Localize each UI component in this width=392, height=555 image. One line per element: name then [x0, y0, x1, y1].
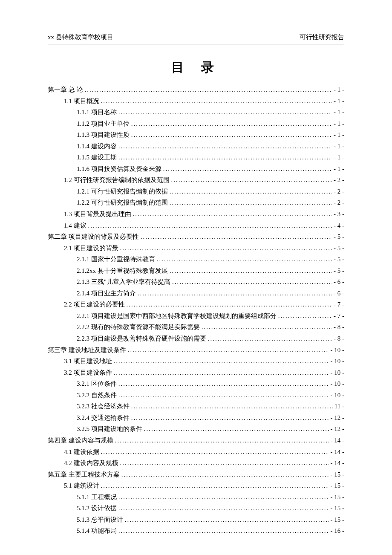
toc-entry-page: - 15 -: [331, 503, 345, 514]
page-header: xx 县特殊教育学校项目 可行性研究报告: [48, 33, 344, 41]
toc-entry: 1.2 可行性研究报告编制的依据及范围- 2 -: [48, 174, 344, 186]
toc-entry-page: - 5 -: [334, 254, 344, 265]
toc-leader: [170, 186, 332, 197]
toc-entry: 3.2.4 交通运输条件- 12 -: [48, 412, 344, 424]
toc-entry-label: 1.2.1 可行性研究报告编制的依据: [77, 186, 168, 197]
toc-entry-label: 1.1.1 项目名称: [77, 107, 117, 118]
toc-entry: 3.1 项目建设地址- 10 -: [48, 356, 344, 367]
toc-entry: 1.1.5 建设工期- 1 -: [48, 152, 344, 163]
toc-entry: 3.2.1 区位条件- 10 -: [48, 378, 344, 390]
header-rule: [48, 44, 344, 44]
toc-leader: [118, 152, 332, 163]
toc-entry-page: - 12 -: [331, 412, 345, 424]
toc-leader: [114, 367, 329, 379]
toc-entry: 5.1 建筑设计- 15 -: [48, 480, 344, 491]
toc-entry: 第五章 主要工程技术方案- 15 -: [48, 469, 344, 480]
toc-entry: 3.2.2 自然条件- 10 -: [48, 390, 344, 401]
toc-entry-page: - 10 -: [331, 378, 345, 390]
toc-entry: 2.2 项目建设的必要性- 7 -: [48, 299, 344, 310]
toc-leader: [208, 333, 332, 344]
toc-entry: 1.1.4 建设内容- 1 -: [48, 141, 344, 152]
toc-leader: [114, 356, 329, 367]
toc-leader: [202, 321, 332, 333]
toc-entry-label: 2.2.1 项目建设是国家中西部地区特殊教育学校建设规划的重要组成部分: [77, 310, 277, 322]
toc-entry-label: 1.2.2 可行性研究报告编制的范围: [77, 197, 168, 208]
toc-entry-page: 11 -: [334, 401, 344, 412]
toc-leader: [131, 118, 332, 130]
toc-entry-label: 3.2.4 交通运输条件: [77, 412, 130, 424]
toc-leader: [101, 95, 332, 107]
table-of-contents: 第一章 总 论- 1 -1.1 项目概况- 1 -1.1.1 项目名称- 1 -…: [48, 84, 344, 537]
toc-entry-label: 1.4 建议: [64, 220, 86, 231]
toc-leader: [85, 84, 332, 95]
toc-entry: 3.2.5 项目建设地的条件- 12 -: [48, 423, 344, 435]
toc-entry: 1.3 项目背景及提出理由- 3 -: [48, 208, 344, 220]
toc-entry-page: - 1 -: [334, 141, 344, 152]
toc-entry-page: - 10 -: [331, 390, 345, 401]
toc-leader: [118, 491, 329, 503]
toc-leader: [131, 129, 332, 141]
toc-entry-page: - 16 -: [331, 525, 345, 537]
toc-leader: [121, 469, 329, 480]
toc-leader: [131, 412, 329, 424]
header-right: 可行性研究报告: [300, 33, 344, 41]
toc-entry-page: - 1 -: [334, 152, 344, 163]
toc-entry-page: - 7 -: [334, 310, 344, 322]
toc-entry-page: - 14 -: [331, 457, 345, 469]
toc-entry-page: - 4 -: [334, 220, 344, 231]
toc-entry-page: - 10 -: [331, 344, 345, 356]
toc-entry-label: 3.2.1 区位条件: [77, 378, 117, 390]
toc-entry-label: 1.1.6 项目投资估算及资金来源: [77, 163, 161, 175]
toc-leader: [133, 208, 332, 220]
toc-entry: 2.1 项目建设的背景- 5 -: [48, 243, 344, 254]
toc-entry-label: 1.1.4 建设内容: [77, 141, 117, 152]
toc-entry-label: 1.1.5 建设工期: [77, 152, 117, 163]
toc-entry-page: - 6 -: [334, 276, 344, 288]
toc-entry-label: 3.2 项目建设条件: [64, 367, 112, 379]
toc-leader: [128, 344, 329, 356]
toc-leader: [171, 174, 332, 186]
toc-entry-page: - 2 -: [334, 197, 344, 208]
toc-entry: 2.1.2xx 县十分重视特殊教育发展- 5 -: [48, 265, 344, 277]
toc-entry: 4.1 建设依据- 14 -: [48, 446, 344, 458]
toc-leader: [101, 480, 329, 491]
toc-leader: [118, 525, 329, 537]
toc-entry-page: - 12 -: [331, 423, 345, 435]
toc-entry: 1.4 建议- 4 -: [48, 220, 344, 231]
toc-entry-label: 1.3 项目背景及提出理由: [64, 208, 131, 220]
toc-entry-label: 2.2.2 现有的特殊教育资源不能满足实际需要: [77, 321, 200, 333]
toc-leader: [120, 457, 329, 469]
toc-entry-page: - 14 -: [331, 435, 345, 446]
toc-entry-page: - 8 -: [334, 333, 344, 344]
toc-entry-page: - 5 -: [334, 265, 344, 277]
toc-entry-page: - 15 -: [331, 491, 345, 503]
toc-entry-label: 3.2.5 项目建设地的条件: [77, 423, 142, 435]
header-left: xx 县特殊教育学校项目: [48, 33, 113, 41]
toc-leader: [170, 197, 332, 208]
toc-leader: [115, 435, 329, 446]
toc-entry-label: 2.2.3 项目建设是改善特殊教育硬件设施的需要: [77, 333, 206, 344]
toc-entry-page: - 1 -: [334, 107, 344, 118]
toc-leader: [118, 503, 329, 514]
toc-entry-label: 1.1.2 项目业主单位: [77, 118, 130, 130]
toc-entry: 2.1.3 三残"儿童入学业率有待提高- 6 -: [48, 276, 344, 288]
toc-entry: 4.2 建设内容及规模- 14 -: [48, 457, 344, 469]
toc-entry-page: - 1 -: [334, 95, 344, 107]
toc-entry: 1.1 项目概况- 1 -: [48, 95, 344, 107]
toc-entry-label: 第四章 建设内容与规模: [48, 435, 113, 446]
toc-entry: 第二章 项目建设的背景及必要性- 5 -: [48, 231, 344, 243]
toc-entry: 1.1.6 项目投资估算及资金来源- 1 -: [48, 163, 344, 175]
toc-entry: 3.2 项目建设条件- 10 -: [48, 367, 344, 379]
toc-entry-label: 2.1.4 项目业主方简介: [77, 288, 136, 299]
toc-entry-page: - 1 -: [334, 84, 344, 95]
toc-entry: 3.2.3 社会经济条件 11 -: [48, 401, 344, 412]
toc-entry-label: 3.2.3 社会经济条件: [77, 401, 130, 412]
toc-entry: 2.1.1 国家十分重视特殊教育- 5 -: [48, 254, 344, 265]
toc-entry-page: - 15 -: [331, 480, 345, 491]
toc-entry-label: 2.1.1 国家十分重视特殊教育: [77, 254, 155, 265]
toc-entry-page: - 5 -: [334, 231, 344, 243]
toc-entry-page: - 3 -: [334, 208, 344, 220]
toc-leader: [118, 390, 329, 401]
toc-leader: [131, 401, 333, 412]
toc-entry: 2.2.3 项目建设是改善特殊教育硬件设施的需要- 8 -: [48, 333, 344, 344]
